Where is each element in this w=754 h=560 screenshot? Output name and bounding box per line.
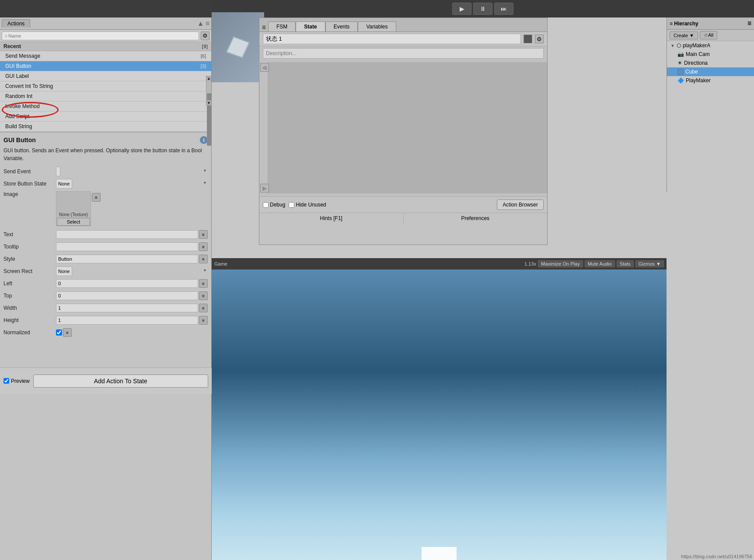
hide-unused-checkbox[interactable]	[289, 202, 294, 208]
gizmos-button[interactable]: Gizmos ▼	[635, 260, 664, 267]
fsm-menu-button[interactable]: ☰	[259, 23, 268, 32]
style-eq-button[interactable]: ≡	[199, 255, 208, 263]
style-input[interactable]	[56, 255, 198, 263]
add-action-button[interactable]: Add Action To State	[33, 374, 208, 388]
action-name: Send Message	[5, 53, 40, 59]
fsm-tab-events[interactable]: Events	[325, 21, 358, 32]
hierarchy-item-directional[interactable]: ☀ Directiona	[667, 59, 754, 67]
action-item-build-string[interactable]: Build String	[0, 122, 211, 132]
actions-tab[interactable]: Actions	[2, 19, 30, 28]
zoom-level: 1.13x	[524, 261, 536, 266]
hierarchy-menu-button[interactable]: ☰	[747, 21, 751, 26]
text-input[interactable]	[56, 230, 198, 239]
actions-panel: Actions ▲≡ ⚙ Recent [9] Send Message [6]…	[0, 18, 212, 560]
pm-icon: 🔷	[677, 77, 684, 84]
debug-checkbox[interactable]	[263, 202, 269, 208]
action-list-scrollbar[interactable]: ▲ ▼	[206, 76, 211, 105]
image-box-label: None (Texture)	[58, 211, 89, 218]
action-count: [6]	[201, 53, 206, 59]
tooltip-input[interactable]	[56, 242, 198, 251]
left-input[interactable]	[56, 279, 198, 288]
hierarchy-item-playmaker-root[interactable]: ▼ ⬡ playMakerA	[667, 41, 754, 50]
gear-button[interactable]: ⚙	[201, 32, 209, 40]
image-eq-button[interactable]: ≡	[92, 193, 101, 202]
item-label: Cube	[685, 69, 698, 75]
fsm-state-header: ⚙	[259, 32, 547, 46]
state-gear-button[interactable]: ⚙	[535, 35, 544, 43]
play-mini-button[interactable]: ▷	[260, 184, 269, 192]
action-count: [3]	[201, 63, 206, 69]
left-eq-button[interactable]: ≡	[199, 279, 208, 288]
search-input[interactable]	[2, 32, 199, 40]
scroll-left-button[interactable]: ◁	[260, 63, 269, 72]
preview-checkbox[interactable]	[3, 378, 9, 384]
send-event-select[interactable]	[56, 167, 60, 176]
style-label: Style	[3, 256, 56, 262]
field-tooltip: Tooltip ≡	[3, 242, 208, 252]
fsm-tab-fsm[interactable]: FSM	[268, 21, 296, 32]
item-label: PlayMaker	[686, 77, 711, 84]
tooltip-label: Tooltip	[3, 244, 56, 250]
action-item-convert-int[interactable]: Convert Int To String	[0, 81, 211, 91]
action-item-send-message[interactable]: Send Message [6]	[0, 51, 211, 61]
width-eq-button[interactable]: ≡	[199, 304, 208, 312]
text-label: Text	[3, 231, 56, 238]
tooltip-eq-button[interactable]: ≡	[199, 242, 208, 251]
hints-button[interactable]: Hints [F1]	[259, 213, 404, 224]
width-input[interactable]	[56, 304, 198, 312]
screen-rect-select[interactable]: None	[56, 266, 72, 276]
top-label: Top	[3, 293, 56, 299]
hierarchy-item-playmaker[interactable]: 🔷 PlayMaker	[667, 76, 754, 85]
fsm-tab-state[interactable]: State	[296, 21, 325, 32]
left-label: Left	[3, 280, 56, 287]
play-button[interactable]: ▶	[452, 3, 471, 15]
mini-cube	[226, 36, 250, 58]
action-name: GUI Button	[5, 63, 31, 69]
state-color-picker[interactable]	[524, 35, 532, 43]
state-name-input[interactable]	[263, 34, 521, 44]
normalized-checkbox[interactable]	[56, 329, 62, 336]
create-button[interactable]: Create ▼	[670, 32, 698, 39]
text-eq-button[interactable]: ≡	[199, 230, 208, 239]
image-select-button[interactable]: Select	[57, 218, 90, 226]
hierarchy-item-cube[interactable]: Cube	[667, 67, 754, 76]
height-input[interactable]	[56, 316, 198, 325]
maximize-on-play-button[interactable]: Maximize On Play	[538, 260, 583, 267]
preferences-button[interactable]: Preferences	[404, 213, 548, 224]
image-box: None (Texture) Select	[56, 191, 91, 226]
preview-checkbox-row: Preview	[3, 378, 30, 384]
debug-label: Debug	[270, 202, 285, 208]
top-input[interactable]	[56, 291, 198, 300]
top-eq-button[interactable]: ≡	[199, 291, 208, 300]
root-icon: ⬡	[677, 42, 681, 49]
step-button[interactable]: ⏭	[494, 3, 513, 15]
mute-audio-button[interactable]: Mute Audio	[585, 260, 615, 267]
normalized-eq-button[interactable]: ≡	[63, 328, 72, 337]
stats-button[interactable]: Stats	[617, 260, 634, 267]
pause-button[interactable]: ⏸	[473, 3, 492, 15]
action-name: Convert Int To String	[5, 83, 53, 89]
field-send-event: Send Event	[3, 167, 208, 176]
action-item-random-int[interactable]: Random Int	[0, 91, 211, 102]
height-eq-button[interactable]: ≡	[199, 316, 208, 325]
hierarchy-item-main-cam[interactable]: 📷 Main Cam	[667, 50, 754, 59]
expand-icon: ▼	[670, 43, 675, 48]
screen-rect-label: Screen Rect	[3, 268, 56, 274]
recent-count: [9]	[202, 44, 208, 49]
fsm-panel: ☰ FSM State Events Variables ⚙ ◁ ▷	[259, 18, 548, 245]
send-event-label: Send Event	[3, 168, 56, 175]
fsm-tab-variables[interactable]: Variables	[358, 21, 396, 32]
hierarchy-title: ≡ Hierarchy	[670, 21, 698, 27]
all-button[interactable]: ☆All	[700, 31, 717, 39]
action-item-gui-label[interactable]: GUI Label	[0, 71, 211, 81]
action-browser-button[interactable]: Action Browser	[497, 200, 544, 210]
action-item-gui-button[interactable]: GUI Button [3]	[0, 61, 211, 71]
store-btn-state-select[interactable]: None	[56, 179, 72, 189]
action-item-add-script[interactable]: Add Script	[0, 112, 211, 122]
game-viewport	[212, 270, 667, 560]
game-label: Game	[214, 261, 227, 266]
action-item-invoke-method[interactable]: Invoke Method	[0, 102, 211, 112]
normalized-label: Normalized	[3, 329, 56, 336]
description-input[interactable]	[263, 48, 544, 59]
cam-icon: 📷	[677, 51, 684, 57]
